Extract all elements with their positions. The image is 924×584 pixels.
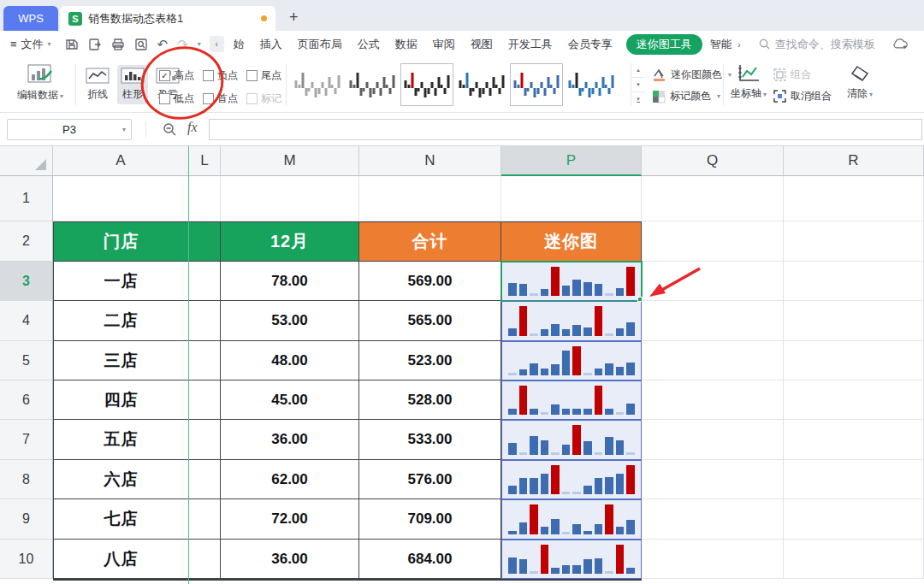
cell-A9[interactable]: 七店 — [53, 499, 189, 540]
checkbox-标记[interactable]: 标记 — [246, 91, 281, 106]
export-icon[interactable] — [88, 38, 102, 51]
cell-M9[interactable]: 72.00 — [221, 499, 359, 540]
cell-L1[interactable] — [189, 176, 221, 221]
cell-M3[interactable]: 78.00 — [221, 262, 359, 301]
gallery-scroll-down-button[interactable]: ▾ — [631, 78, 645, 92]
cell-R8[interactable] — [784, 460, 924, 499]
print-icon[interactable] — [111, 38, 125, 51]
cell-L5[interactable] — [189, 341, 221, 380]
sparkline-cell-P7[interactable] — [501, 420, 642, 460]
row-header-5[interactable]: 5 — [0, 341, 53, 380]
cell-N1[interactable] — [359, 176, 501, 221]
cell-Q5[interactable] — [642, 341, 784, 380]
tab-smart-toolbox[interactable]: 智能 — [710, 37, 732, 52]
column-header-M[interactable]: M — [221, 146, 359, 176]
cell-R2[interactable] — [784, 221, 924, 262]
cell-L2[interactable] — [189, 221, 221, 262]
cell-Q3[interactable] — [642, 262, 784, 301]
type-line-button[interactable]: 折线 — [82, 65, 113, 104]
sparkline-cell-P10[interactable] — [501, 540, 642, 579]
cell-Q7[interactable] — [642, 420, 784, 460]
cell-A8[interactable]: 六店 — [53, 460, 189, 499]
row-header-8[interactable]: 8 — [0, 460, 53, 499]
cell-Q1[interactable] — [642, 176, 784, 221]
row-header-7[interactable]: 7 — [0, 420, 53, 460]
cell-M10[interactable]: 36.00 — [221, 540, 359, 579]
sparkline-style-2[interactable] — [346, 63, 399, 106]
checkbox-低点[interactable]: 低点 — [159, 91, 194, 106]
cell-Q6[interactable] — [642, 380, 784, 420]
cell-N4[interactable]: 565.00 — [359, 301, 501, 341]
clear-button[interactable]: 清除▾ — [842, 63, 878, 101]
axis-button[interactable]: 坐标轴▾ — [728, 63, 769, 101]
edit-data-button[interactable]: 编辑数据▾ — [7, 63, 74, 103]
cell-A1[interactable] — [53, 176, 189, 221]
cell-A7[interactable]: 五店 — [53, 420, 189, 460]
undo-icon[interactable]: ↶ — [157, 37, 169, 52]
menu-tab-视图[interactable]: 视图 — [463, 37, 500, 52]
sparkline-color-button[interactable]: 迷你图颜色 ▾ — [652, 64, 732, 86]
sparkline-cell-P6[interactable] — [501, 380, 642, 420]
menu-tab-数据[interactable]: 数据 — [388, 37, 425, 52]
wps-home-tab[interactable]: WPS — [3, 6, 58, 31]
cell-N8[interactable]: 576.00 — [359, 460, 501, 499]
command-search[interactable]: 查找命令、搜索模板 — [759, 37, 875, 52]
column-header-R[interactable]: R — [784, 146, 924, 176]
cell-R4[interactable] — [784, 301, 924, 341]
column-header-Q[interactable]: Q — [642, 146, 784, 176]
cell-R6[interactable] — [784, 380, 924, 420]
file-menu-button[interactable]: ≡ 文件 ▾ — [10, 37, 51, 52]
name-box[interactable]: P3 ▾ — [7, 119, 132, 140]
document-tab[interactable]: S 销售数据动态表格1 — [60, 6, 275, 31]
cell-M4[interactable]: 53.00 — [221, 301, 359, 341]
zoom-formula-icon[interactable] — [163, 122, 177, 140]
cell-R3[interactable] — [784, 262, 924, 301]
sparkline-style-6[interactable] — [565, 63, 618, 106]
cell-N3[interactable]: 569.00 — [359, 262, 501, 301]
sparkline-style-4[interactable] — [455, 63, 508, 106]
cell-L8[interactable] — [189, 460, 221, 499]
cell-R5[interactable] — [784, 341, 924, 380]
menu-tab-公式[interactable]: 公式 — [350, 37, 388, 52]
formula-input[interactable] — [209, 119, 922, 140]
type-column-button[interactable]: 柱形 — [117, 65, 148, 104]
customize-toolbar-icon[interactable]: ▾ — [198, 40, 201, 48]
checkbox-尾点[interactable]: 尾点 — [246, 68, 281, 83]
column-header-P[interactable]: P — [501, 146, 642, 176]
cell-M8[interactable]: 62.00 — [221, 460, 359, 499]
cell-L7[interactable] — [189, 420, 221, 460]
ungroup-button[interactable]: 取消组合 — [773, 86, 832, 107]
cell-N10[interactable]: 684.00 — [359, 540, 501, 579]
column-header-A[interactable]: A — [53, 146, 189, 176]
row-header-10[interactable]: 10 — [0, 540, 53, 579]
row-header-9[interactable]: 9 — [0, 499, 53, 540]
print-preview-icon[interactable] — [134, 38, 148, 51]
scroll-tabs-left-button[interactable]: ‹ — [210, 36, 224, 52]
menu-tab-会员专享[interactable]: 会员专享 — [560, 37, 620, 52]
menu-tab-开发工具[interactable]: 开发工具 — [500, 37, 560, 52]
menu-tab-始[interactable]: 始 — [226, 37, 252, 52]
redo-icon[interactable]: ↷ — [177, 37, 188, 52]
cell-M1[interactable] — [221, 176, 359, 221]
scroll-tabs-right-button[interactable]: › — [733, 36, 745, 52]
sparkline-style-5[interactable] — [510, 63, 563, 106]
row-header-2[interactable]: 2 — [0, 221, 53, 262]
gallery-scroll-up-button[interactable]: ▴ — [631, 63, 645, 78]
cell-L9[interactable] — [189, 499, 221, 540]
tab-sparkline-tools[interactable]: 迷你图工具 — [626, 34, 702, 55]
row-header-3[interactable]: 3 — [0, 262, 53, 301]
cell-Q9[interactable] — [642, 499, 784, 540]
select-all-corner[interactable] — [0, 146, 53, 176]
column-header-L[interactable]: L — [189, 146, 221, 176]
menu-tab-页面布局[interactable]: 页面布局 — [290, 37, 350, 52]
cell-M6[interactable]: 45.00 — [221, 380, 359, 420]
cell-L3[interactable] — [189, 262, 221, 301]
marker-color-button[interactable]: 标记颜色 ▾ — [652, 86, 732, 107]
row-header-1[interactable]: 1 — [0, 176, 53, 221]
cell-P1[interactable] — [501, 176, 642, 221]
checkbox-高点[interactable]: ✓高点 — [159, 68, 194, 83]
cell-N9[interactable]: 709.00 — [359, 499, 501, 540]
cell-N6[interactable]: 528.00 — [359, 380, 501, 420]
column-header-N[interactable]: N — [359, 146, 501, 176]
checkbox-首点[interactable]: 首点 — [203, 91, 238, 106]
